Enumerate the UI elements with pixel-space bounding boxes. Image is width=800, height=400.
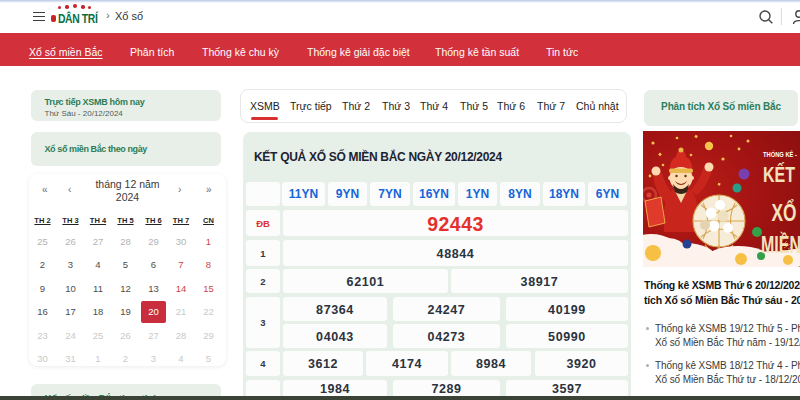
svg-text:KẾT: KẾT — [763, 162, 795, 187]
svg-text:MIỀN: MIỀN — [761, 231, 800, 258]
svg-text:THỐNG KÊ -: THỐNG KÊ - — [763, 149, 797, 159]
svg-text:XỔ: XỔ — [772, 199, 797, 226]
